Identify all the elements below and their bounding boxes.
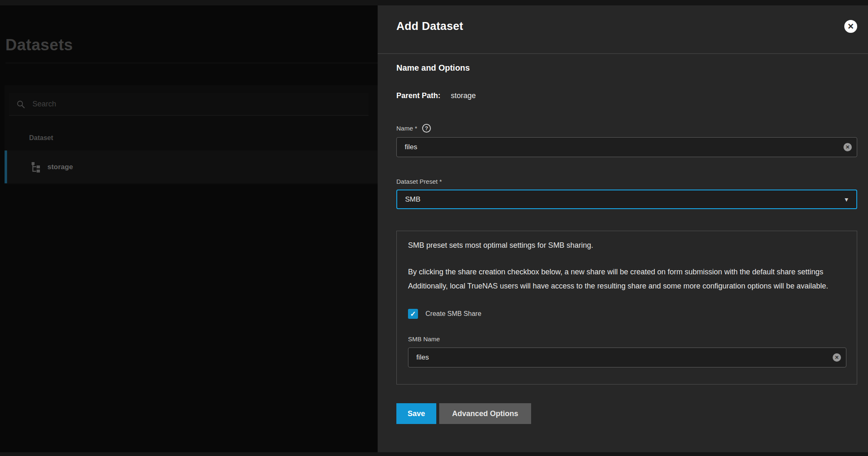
form-actions: Save Advanced Options [396,403,857,424]
dataset-preset-select[interactable]: SMB ▼ [396,190,857,209]
smb-name-input-wrap: ✕ [408,348,846,367]
create-smb-share-checkbox-row[interactable]: ✓ Create SMB Share [408,309,846,319]
advanced-options-button[interactable]: Advanced Options [439,403,531,424]
panel-body: Name and Options Parent Path: storage Na… [378,54,868,424]
name-input-wrap: ✕ [396,137,857,157]
clear-icon: ✕ [835,355,839,360]
preset-field-label-row: Dataset Preset * [396,178,857,185]
dataset-row-storage[interactable]: storage [5,150,378,183]
name-input[interactable] [396,137,857,157]
info-text-2: By clicking the share creation checkbox … [408,265,843,293]
search-input[interactable] [32,100,368,108]
preset-field-label: Dataset Preset * [396,178,442,185]
dataset-preset-value: SMB [405,195,420,204]
close-button[interactable]: ✕ [844,20,857,33]
name-clear-button[interactable]: ✕ [843,143,852,151]
smb-name-input[interactable] [408,348,846,367]
add-dataset-panel: Add Dataset ✕ Name and Options Parent Pa… [378,5,868,452]
chevron-down-icon: ▼ [843,196,849,203]
smb-name-label: SMB Name [408,335,846,343]
dataset-row-label: storage [47,163,73,171]
check-icon: ✓ [410,311,416,318]
create-smb-share-label: Create SMB Share [425,310,481,318]
save-button[interactable]: Save [396,403,436,424]
clear-icon: ✕ [846,145,850,150]
window-bottom-edge [0,452,868,456]
panel-title: Add Dataset [396,20,463,33]
info-text-1: SMB preset sets most optimal settings fo… [408,241,846,250]
section-title: Name and Options [396,63,857,73]
checkbox-checked-icon[interactable]: ✓ [408,309,418,319]
name-field-label: Name * [396,125,417,132]
close-icon: ✕ [848,22,854,30]
smb-name-clear-button[interactable]: ✕ [833,353,841,362]
page-title: Datasets [5,36,73,54]
dataset-tree-icon [30,161,42,173]
datasets-tree-card: Dataset storage [5,85,378,184]
datasets-page-dimmed: Datasets Dataset storage [0,5,378,452]
title-divider [5,63,378,63]
panel-header: Add Dataset ✕ [378,5,868,53]
window-top-edge [0,0,868,5]
selected-row-indicator [5,150,7,183]
search-icon [16,100,25,109]
parent-path-value: storage [451,91,476,100]
column-header-dataset[interactable]: Dataset [29,134,53,142]
name-field-label-row: Name * ? [396,124,857,133]
screen: Datasets Dataset storage [0,5,868,452]
parent-path-label: Parent Path: [396,91,440,100]
parent-path: Parent Path: storage [396,91,857,100]
search-box[interactable] [9,93,368,116]
help-icon[interactable]: ? [422,124,431,133]
smb-preset-info-box: SMB preset sets most optimal settings fo… [396,231,857,385]
